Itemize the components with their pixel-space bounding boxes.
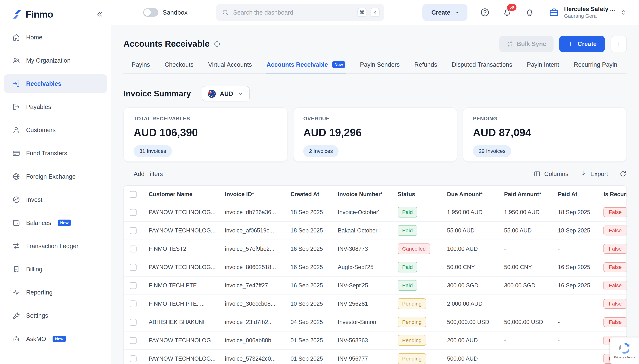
tab-accounts-receivable[interactable]: Accounts Receivable New [266,60,346,74]
refresh-button[interactable] [619,170,627,178]
select-all-checkbox[interactable] [130,191,137,198]
tab-refunds[interactable]: Refunds [414,60,438,74]
card-label: TOTAL RECEIVABLES [134,116,277,122]
currency-select[interactable]: AUD [202,86,250,102]
column-header-customer-name: Customer Name [142,191,218,198]
tab-disputed-transactions[interactable]: Disputed Transactions [451,60,513,74]
sidebar-item-reporting[interactable]: Reporting [4,283,107,302]
tab-virtual-accounts[interactable]: Virtual Accounts [207,60,252,74]
invoice-count-badge: 31 Invoices [134,145,172,157]
sidebar-item-label: Settings [26,312,48,319]
table-row[interactable]: FINMO TECH PTE. ... invoice_7e47ff27... … [124,276,626,295]
tab-recurring-payin[interactable]: Recurring Payin [573,60,618,74]
sidebar-item-foreign-exchange[interactable]: Foreign Exchange [4,167,107,186]
search-input[interactable] [233,9,353,16]
sidebar-item-fund-transfers[interactable]: Fund Transfers [4,144,107,162]
sidebar-item-receivables[interactable]: Receivables [4,74,107,93]
sidebar-item-label: Reporting [26,289,53,296]
customer-name-cell: FINMO TECH PTE. ... [142,282,218,289]
paid-at-cell: - [551,337,597,344]
sidebar-item-icon [12,126,20,134]
column-header-paid-at: Paid At [551,191,597,198]
row-checkbox[interactable] [130,337,137,344]
add-filters-button[interactable]: Add Filters [123,170,163,178]
paid-amount-cell: 55.00 AUD [498,227,551,234]
briefcase-icon [549,7,559,18]
sidebar-item-my-organization[interactable]: My Organization [4,51,107,70]
row-checkbox[interactable] [130,319,137,326]
invoice-number-cell: INV-256281 [331,300,391,307]
row-checkbox[interactable] [130,300,137,308]
table-row[interactable]: ABHISHEK BHAKUNI invoice_23fd7fb2... 04 … [124,313,626,332]
columns-button[interactable]: Columns [534,170,568,178]
sidebar-item-icon [12,172,20,181]
sandbox-toggle[interactable]: Sandbox [143,8,188,17]
sidebar-collapse-button[interactable] [96,10,103,18]
table-row[interactable]: PAYNOW TECHNOLOG... invoice_573242c0... … [124,350,626,364]
table-row[interactable]: PAYNOW TECHNOLOG... invoice_af06519c... … [124,222,626,240]
status-badge: Paid [398,262,417,272]
search-bar[interactable]: ⌘ K [216,4,384,21]
tab-label: Payin Intent [527,61,559,68]
tab-payin-senders[interactable]: Payin Senders [359,60,401,74]
row-checkbox[interactable] [130,356,137,362]
sidebar-item-home[interactable]: Home [4,28,107,46]
alerts-button[interactable] [524,7,535,18]
created-at-cell: 16 Sep 2025 [284,264,331,270]
toggle-switch[interactable] [143,8,159,17]
sidebar-item-icon [12,335,20,343]
invoice-count-badge: 2 Invoices [303,145,339,157]
tab-payin-intent[interactable]: Payin Intent [526,60,560,74]
due-amount-cell: 2,000.00 AUD [441,300,498,307]
row-checkbox[interactable] [130,246,137,252]
table-row[interactable]: FINMO TEST2 invoice_57ef9be2... 16 Sep 2… [124,240,626,258]
help-button[interactable] [480,7,490,18]
more-options-button[interactable] [610,36,627,52]
row-checkbox[interactable] [130,209,137,216]
table-header-row: Customer Name Invoice ID* Created At Inv… [124,186,626,203]
recaptcha-icon [618,342,630,354]
created-at-cell: 01 Sep 2025 [284,337,331,344]
app-shell: Finmo Home My Organization [0,0,639,364]
page-title: Accounts Receivable [123,39,209,49]
k-key: K [371,8,380,17]
sidebar-item-payables[interactable]: Payables [4,98,107,116]
topbar-create-button[interactable]: Create [422,4,467,21]
created-at-cell: 04 Sep 2025 [284,319,331,325]
table-row[interactable]: PAYNOW TECHNOLOG... invoice_006ab88b... … [124,332,626,350]
row-checkbox[interactable] [130,227,137,234]
bell-icon [524,7,535,18]
info-icon[interactable] [214,40,220,48]
sidebar-item-balances[interactable]: Balances New [4,214,107,232]
new-badge: New [53,336,66,342]
notifications-button[interactable]: 50 [502,7,512,18]
sidebar-item-settings[interactable]: Settings [4,306,107,325]
sidebar-item-askmo[interactable]: AskMO New [4,330,107,348]
finmo-logo: Finmo [12,9,53,20]
recaptcha-badge[interactable]: Privacy - Terms [610,337,639,364]
bulk-sync-button[interactable]: Bulk Sync [499,36,554,52]
tab-checkouts[interactable]: Checkouts [164,60,194,74]
table-row[interactable]: PAYNOW TECHNOLOG... invoice_80602518... … [124,258,626,276]
summary-card-total-receivables: TOTAL RECEIVABLES AUD 106,390 31 Invoice… [123,107,287,162]
sidebar-item-icon [12,196,20,204]
create-button[interactable]: Create [559,36,605,52]
tab-label: Refunds [414,61,437,68]
customer-name-cell: FINMO TECH PTE. ... [142,300,218,307]
export-button[interactable]: Export [580,170,608,178]
sidebar-item-icon [12,265,20,273]
row-checkbox[interactable] [130,264,137,271]
table-row[interactable]: FINMO TECH PTE. ... invoice_30eccb08... … [124,295,626,313]
account-switcher[interactable]: Hercules Safety ... Gaurang Gera [549,6,627,19]
sidebar-item-invest[interactable]: Invest [4,190,107,209]
sidebar-item-transaction-ledger[interactable]: Transaction Ledger [4,237,107,256]
table-row[interactable]: PAYNOW TECHNOLOG... invoice_db736a36... … [124,203,626,222]
sidebar-item-billing[interactable]: Billing [4,260,107,278]
created-at-cell: 16 Sep 2025 [284,282,331,289]
paid-at-cell: 16 Sep 2025 [551,282,597,289]
invoice-summary-title: Invoice Summary [123,89,191,98]
row-checkbox[interactable] [130,282,137,289]
tab-payins[interactable]: Payins [131,60,151,74]
sidebar-item-customers[interactable]: Customers [4,121,107,140]
invoices-table: Customer Name Invoice ID* Created At Inv… [123,185,627,364]
